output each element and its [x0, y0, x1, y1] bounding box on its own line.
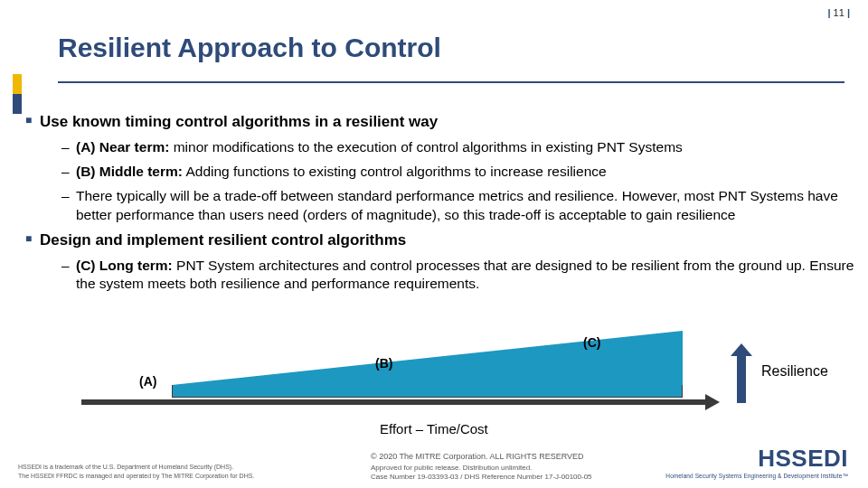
- bullet-2-head: Design and implement resilient control a…: [40, 231, 406, 249]
- page-number: | 11 |: [827, 7, 850, 18]
- bullet-1: Use known timing control algorithms in a…: [25, 112, 855, 225]
- bullet-2-1: (C) Long term: PNT System architectures …: [61, 257, 855, 295]
- bullet-1-2: (B) Middle term: Adding functions to exi…: [61, 163, 855, 182]
- page-number-value: 11: [834, 7, 844, 18]
- label-B: (B): [375, 356, 392, 371]
- logo-tagline: Homeland Security Systems Engineering & …: [665, 473, 848, 479]
- effort-resilience-diagram: (A) (B) (C) Resilience Effort – Time/Cos…: [81, 331, 778, 418]
- bullet-1-3: There typically will be a trade-off betw…: [61, 187, 855, 225]
- x-axis: [81, 399, 705, 405]
- approval: Approved for public release. Distributio…: [371, 464, 532, 472]
- wedge: [172, 331, 683, 398]
- body: Use known timing control algorithms in a…: [25, 112, 855, 299]
- title-rule: [58, 81, 844, 83]
- x-axis-arrow-icon: [705, 394, 720, 410]
- accent-sidebar: [13, 74, 22, 114]
- x-label: Effort – Time/Cost: [380, 421, 488, 436]
- trademark-2: The HSSEDI FFRDC is managed and operated…: [18, 473, 254, 479]
- trademark-1: HSSEDI is a trademark of the U.S. Depart…: [18, 464, 233, 470]
- label-C: (C): [583, 335, 600, 350]
- hssedi-logo: HSSEDI Homeland Security Systems Enginee…: [665, 445, 848, 479]
- y-label: Resilience: [761, 363, 828, 380]
- copyright: © 2020 The MITRE Corporation. ALL RIGHTS…: [371, 452, 584, 461]
- bullet-1-1: (A) Near term: minor modifications to th…: [61, 138, 855, 157]
- slide: | 11 | Resilient Approach to Control Use…: [0, 0, 868, 488]
- bullet-2: Design and implement resilient control a…: [25, 230, 855, 295]
- footer: HSSEDI is a trademark of the U.S. Depart…: [0, 439, 868, 488]
- label-A: (A): [139, 374, 156, 389]
- slide-title: Resilient Approach to Control: [58, 33, 441, 63]
- case-number: Case Number 19-03393-03 / DHS Reference …: [371, 473, 592, 481]
- bullet-1-head: Use known timing control algorithms in a…: [40, 113, 438, 130]
- up-arrow-icon: [731, 343, 752, 403]
- logo-text: HSSEDI: [665, 445, 848, 473]
